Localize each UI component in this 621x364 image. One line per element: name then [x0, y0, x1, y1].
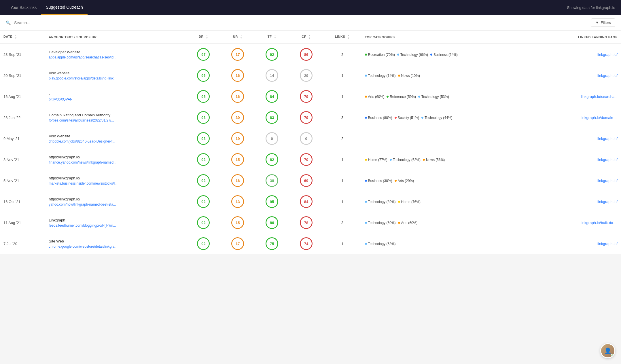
category-tag: Society (51%) — [395, 116, 419, 120]
anchor-title: Domain Rating and Domain Authority — [49, 113, 183, 117]
landing-page-link[interactable]: linkgraph.io/searcha... — [581, 94, 618, 99]
table-row: 16 Oct '21https://linkgraph.io/yahoo.com… — [0, 191, 621, 212]
category-tag: Technology (89%) — [365, 200, 396, 204]
anchor-url[interactable]: dribbble.com/jobs/82640-Lead-Designer-f.… — [49, 139, 115, 143]
anchor-url[interactable]: markets.businessinsider.com/news/stocks/… — [49, 181, 118, 185]
cell-date: 9 May '21 — [0, 128, 45, 149]
anchor-url[interactable]: chrome.google.com/webstore/detail/linkgr… — [49, 244, 117, 249]
tab-suggested-outreach[interactable]: Suggested Outreach — [41, 0, 87, 15]
cf-value: 79 — [300, 111, 313, 124]
dr-value: 93 — [197, 111, 210, 124]
cell-anchor: Visit Websitedribbble.com/jobs/82640-Lea… — [45, 128, 186, 149]
category-tag: Arts (60%) — [365, 95, 385, 99]
col-ur[interactable]: UR ▲▼ — [221, 31, 255, 44]
cell-categories: Business (80%)Society (51%)Technology (4… — [361, 107, 540, 128]
category-label: Recreation (70%) — [368, 53, 395, 57]
cell-ur: 13 — [221, 191, 255, 212]
cell-anchor: Linkgraphfeeds.feedburner.com/bloggingpr… — [45, 212, 186, 233]
cell-links: 1 — [323, 233, 361, 254]
category-tag: Recreation (70%) — [365, 53, 395, 57]
anchor-url[interactable]: bit.ly/36XQVAN — [49, 97, 72, 101]
table-header-row: DATE ▲▼ ANCHOR TEXT / SOURCE URL DR ▲▼ U… — [0, 31, 621, 44]
cell-links: 1 — [323, 170, 361, 191]
category-label: Society (51%) — [398, 116, 419, 120]
cell-categories: Recreation (70%)Technology (66%)Business… — [361, 44, 540, 65]
anchor-url[interactable]: play.google.com/store/apps/details?id=li… — [49, 76, 116, 80]
tf-value: 0 — [266, 132, 278, 145]
landing-page-link[interactable]: linkgraph.io/ — [597, 158, 618, 162]
col-top-categories: TOP CATEGORIES — [361, 31, 540, 44]
category-tag: News (56%) — [423, 158, 445, 162]
category-tag: Technology (44%) — [421, 116, 452, 120]
ur-value: 15 — [231, 216, 244, 229]
category-dot — [395, 117, 397, 119]
landing-page-link[interactable]: linkgraph.io/bulk-da-... — [581, 221, 618, 225]
cell-links: 1 — [323, 191, 361, 212]
cell-dr: 92 — [186, 149, 221, 170]
category-tag: Technology (53%) — [418, 95, 449, 99]
landing-page-link[interactable]: linkgraph.io/ — [597, 242, 618, 246]
col-dr[interactable]: DR ▲▼ — [186, 31, 221, 44]
cell-links: 3 — [323, 107, 361, 128]
cell-tf: 75 — [255, 233, 289, 254]
cell-anchor: https://linkgraph.io/finance.yahoo.com/n… — [45, 149, 186, 170]
cell-links: 2 — [323, 44, 361, 65]
cell-date: 5 Nov '21 — [0, 170, 45, 191]
col-tf[interactable]: TF ▲▼ — [255, 31, 289, 44]
cell-tf: 84 — [255, 86, 289, 107]
cell-landing-page: linkgraph.io/bulk-da-... — [540, 212, 621, 233]
filters-button[interactable]: ▼ Filters — [591, 18, 615, 27]
anchor-title: Visit Website — [49, 134, 183, 138]
col-date[interactable]: DATE ▲▼ — [0, 31, 45, 44]
anchor-url[interactable]: apps.apple.com/us/app/searchatlas-seo/id… — [49, 55, 116, 59]
cell-categories: Business (30%)Arts (29%) — [361, 170, 540, 191]
category-label: Technology (89%) — [368, 200, 396, 204]
cell-cf: 0 — [289, 128, 323, 149]
col-links[interactable]: LINKS ▲▼ — [323, 31, 361, 44]
top-nav: Your Backlinks Suggested Outreach Showin… — [0, 0, 621, 15]
category-label: News (56%) — [426, 158, 445, 162]
cell-date: 11 Aug '21 — [0, 212, 45, 233]
landing-page-link[interactable]: linkgraph.io/domain-... — [581, 115, 618, 120]
category-tag: Technology (66%) — [397, 53, 428, 57]
search-bar: 🔍 ▼ Filters — [0, 15, 621, 31]
landing-page-link[interactable]: linkgraph.io/ — [597, 136, 618, 141]
cf-value: 79 — [300, 90, 313, 103]
cell-dr: 92 — [186, 170, 221, 191]
category-label: Business (30%) — [368, 179, 392, 183]
category-tag: Home (76%) — [398, 200, 421, 204]
table-row: 5 Nov '21https://linkgraph.io/markets.bu… — [0, 170, 621, 191]
col-anchor[interactable]: ANCHOR TEXT / SOURCE URL — [45, 31, 186, 44]
tf-value: 14 — [266, 69, 278, 82]
anchor-url[interactable]: finance.yahoo.com/news/linkgraph-named..… — [49, 160, 116, 164]
anchor-url[interactable]: feeds.feedburner.com/bloggingpro/PfjF?m.… — [49, 223, 116, 227]
tf-value: 95 — [266, 195, 278, 208]
tf-value: 92 — [266, 48, 278, 61]
category-label: Business (64%) — [433, 53, 458, 57]
showing-data-label: Showing data for linkgraph.io — [567, 5, 615, 10]
cell-cf: 69 — [289, 170, 323, 191]
col-landing-page: LINKED LANDING PAGE — [540, 31, 621, 44]
anchor-title: - — [49, 92, 183, 96]
tab-your-backlinks[interactable]: Your Backlinks — [6, 1, 41, 14]
anchor-url[interactable]: yahoo.com/now/linkgraph-named-best-sta..… — [49, 202, 116, 206]
anchor-url[interactable]: forbes.com/sites/allbusiness/2022/01/27/… — [49, 118, 114, 122]
col-cf[interactable]: CF ▲▼ — [289, 31, 323, 44]
cell-date: 16 Aug '21 — [0, 86, 45, 107]
tf-value: 83 — [266, 111, 278, 124]
landing-page-link[interactable]: linkgraph.io/ — [597, 179, 618, 183]
table-row: 20 Sep '21Visit websiteplay.google.com/s… — [0, 65, 621, 86]
category-label: Technology (53%) — [421, 95, 449, 99]
landing-page-link[interactable]: linkgraph.io/ — [597, 73, 618, 78]
cf-value: 78 — [300, 216, 313, 229]
filter-icon: ▼ — [595, 20, 599, 25]
cf-value: 70 — [300, 153, 313, 166]
cell-dr: 92 — [186, 212, 221, 233]
category-dot — [418, 96, 420, 98]
search-input[interactable] — [14, 20, 588, 25]
category-tag: Reference (59%) — [387, 95, 416, 99]
cell-landing-page: linkgraph.io/ — [540, 191, 621, 212]
landing-page-link[interactable]: linkgraph.io/ — [597, 200, 618, 204]
landing-page-link[interactable]: linkgraph.io/ — [597, 52, 618, 57]
cell-ur: 17 — [221, 233, 255, 254]
